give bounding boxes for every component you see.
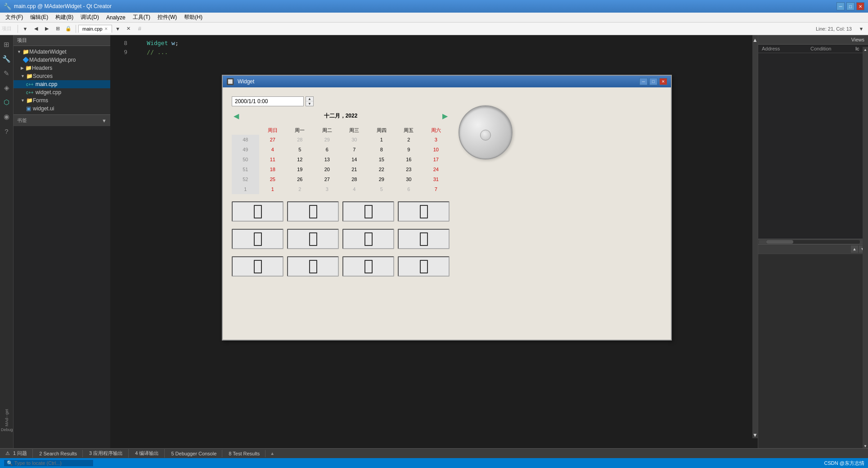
settings-btn[interactable]: ▼	[856, 24, 866, 34]
cal-day[interactable]: 1	[368, 135, 396, 145]
tab-close-icon[interactable]: ✕	[104, 27, 108, 31]
lcd-display-12[interactable]	[398, 256, 450, 277]
spin-up-btn[interactable]: ▲	[306, 97, 313, 101]
bottom-tab-search[interactable]: 2 Search Results	[34, 450, 83, 457]
scroll-down-btn[interactable]: ▼	[752, 432, 758, 438]
cal-day[interactable]: 29	[368, 174, 396, 184]
editor-main[interactable]: 8 Widget w; 9 // ... 🔲	[110, 35, 758, 448]
cal-day[interactable]: 30	[395, 174, 423, 184]
toolbar-nav-btn[interactable]: ◀	[31, 24, 41, 34]
lcd-display-3[interactable]	[342, 201, 394, 222]
cal-day[interactable]: 21	[341, 164, 368, 174]
scroll-up-btn[interactable]: ▲	[752, 37, 758, 43]
close-button[interactable]: ✕	[856, 2, 864, 10]
bottom-tab-compile[interactable]: 4 编译输出	[130, 449, 165, 458]
cal-day[interactable]: 30	[341, 135, 368, 145]
lcd-display-8[interactable]	[398, 229, 450, 249]
panel-scroll-up[interactable]: ▲	[864, 48, 867, 52]
lcd-display-6[interactable]	[287, 229, 339, 249]
cal-day[interactable]: 12	[286, 154, 314, 164]
tree-item-widget-ui[interactable]: ▣ widget.ui	[13, 105, 110, 113]
scroll-left-btn[interactable]	[759, 240, 766, 244]
tree-item-root[interactable]: ▼ 📁 MAdaterWidget	[13, 48, 110, 56]
cal-day[interactable]: 4	[341, 184, 368, 194]
cal-next-btn[interactable]: ▶	[441, 112, 450, 120]
toolbar-nav-btn-2[interactable]: ▶	[42, 24, 52, 34]
menu-widget[interactable]: 控件(W)	[154, 13, 180, 22]
panel-scroll-down[interactable]: ▼	[864, 444, 867, 448]
bottom-tab-app-output[interactable]: 3 应用程序输出	[84, 449, 129, 458]
menu-analyze[interactable]: Analyze	[103, 14, 129, 22]
maximize-button[interactable]: □	[846, 2, 855, 10]
cal-day[interactable]: 1	[259, 184, 287, 194]
cal-day[interactable]: 20	[314, 164, 341, 174]
lcd-display-4[interactable]	[398, 201, 450, 222]
tree-item-pro[interactable]: 🔷 MAdaterWidget.pro	[13, 56, 110, 64]
lcd-display-1[interactable]	[232, 201, 283, 222]
right-panel-scrollbar[interactable]: ▲ ▼	[863, 47, 868, 448]
cal-day[interactable]: 2	[286, 184, 314, 194]
cal-day[interactable]: 13	[314, 154, 341, 164]
cal-day[interactable]: 25	[259, 174, 287, 184]
cal-day[interactable]: 28	[286, 135, 314, 145]
cal-day[interactable]: 24	[423, 164, 450, 174]
menu-build[interactable]: 构建(B)	[52, 13, 77, 22]
cal-day[interactable]: 16	[395, 154, 423, 164]
widget-minimize-btn[interactable]: ─	[639, 78, 648, 85]
grid-icon[interactable]: ⊞	[1, 39, 13, 50]
dial-widget[interactable]	[459, 105, 513, 159]
widget-window[interactable]: 🔲 Widget ─ □ ✕	[222, 75, 672, 341]
lcd-display-10[interactable]	[287, 256, 339, 277]
tab-nav-btn[interactable]: ▲	[268, 451, 276, 456]
editor-scrollbar[interactable]: ▲ ▼	[752, 35, 758, 438]
tree-item-widget-cpp[interactable]: c++ widget.cpp	[13, 88, 110, 96]
widget-close-btn[interactable]: ✕	[659, 78, 667, 85]
menu-debug[interactable]: 调试(D)	[77, 13, 103, 22]
menu-edit[interactable]: 编辑(E)	[27, 13, 52, 22]
cal-day[interactable]: 27	[259, 135, 287, 145]
file-tab-main[interactable]: main.cpp ✕	[78, 25, 112, 33]
lcd-display-2[interactable]	[287, 201, 339, 222]
cal-day[interactable]: 18	[259, 164, 287, 174]
toolbar-add-tab[interactable]: ▼	[113, 24, 123, 34]
tree-item-headers[interactable]: ▶ 📁 Headers	[13, 64, 110, 72]
debug-mode-icon[interactable]: ⬡	[1, 96, 13, 108]
cal-day[interactable]: 27	[314, 174, 341, 184]
cal-day[interactable]: 19	[286, 164, 314, 174]
lcd-display-5[interactable]	[232, 229, 283, 249]
cal-day[interactable]: 8	[368, 145, 396, 154]
cal-day[interactable]: 7	[423, 184, 450, 194]
menu-file[interactable]: 文件(F)	[2, 13, 27, 22]
code-editor[interactable]: 8 Widget w; 9 // ...	[110, 35, 758, 60]
cal-day[interactable]: 29	[314, 135, 341, 145]
cal-day[interactable]: 28	[341, 174, 368, 184]
toolbar-btn-4[interactable]: 🔒	[63, 24, 73, 34]
cal-day[interactable]: 4	[259, 145, 287, 154]
cal-day[interactable]: 3	[423, 135, 450, 145]
toolbar-close-tab[interactable]: ✕	[124, 24, 134, 34]
cal-day[interactable]: 7	[341, 145, 368, 154]
cal-day[interactable]: 11	[259, 154, 287, 164]
menu-help[interactable]: 帮助(H)	[180, 13, 206, 22]
tree-item-forms[interactable]: ▼ 📁 Forms	[13, 96, 110, 105]
lcd-display-9[interactable]	[232, 256, 283, 277]
lcd-display-11[interactable]	[342, 256, 394, 277]
tree-item-main-cpp[interactable]: c++ main.cpp	[13, 80, 110, 88]
menu-tools[interactable]: 工具(T)	[129, 13, 154, 22]
toolbar-btn-3[interactable]: ⊞	[53, 24, 63, 34]
cal-day[interactable]: 15	[368, 154, 396, 164]
cal-day[interactable]: 22	[368, 164, 396, 174]
help-mode-icon[interactable]: ?	[1, 125, 13, 137]
cal-day[interactable]: 26	[286, 174, 314, 184]
widget-maximize-btn[interactable]: □	[649, 78, 657, 85]
spin-down-btn[interactable]: ▼	[306, 101, 313, 106]
locate-input[interactable]	[4, 459, 94, 467]
cal-day[interactable]: 17	[423, 154, 450, 164]
minimize-button[interactable]: ─	[837, 2, 845, 10]
cal-day[interactable]: 5	[286, 145, 314, 154]
edit-mode-icon[interactable]: ✎	[1, 68, 13, 79]
bottom-tab-debugger[interactable]: 5 Debugger Console	[166, 450, 222, 457]
cal-day[interactable]: 10	[423, 145, 450, 154]
cal-day[interactable]: 3	[314, 184, 341, 194]
toolbar-open-btn[interactable]: ▼	[20, 24, 30, 34]
